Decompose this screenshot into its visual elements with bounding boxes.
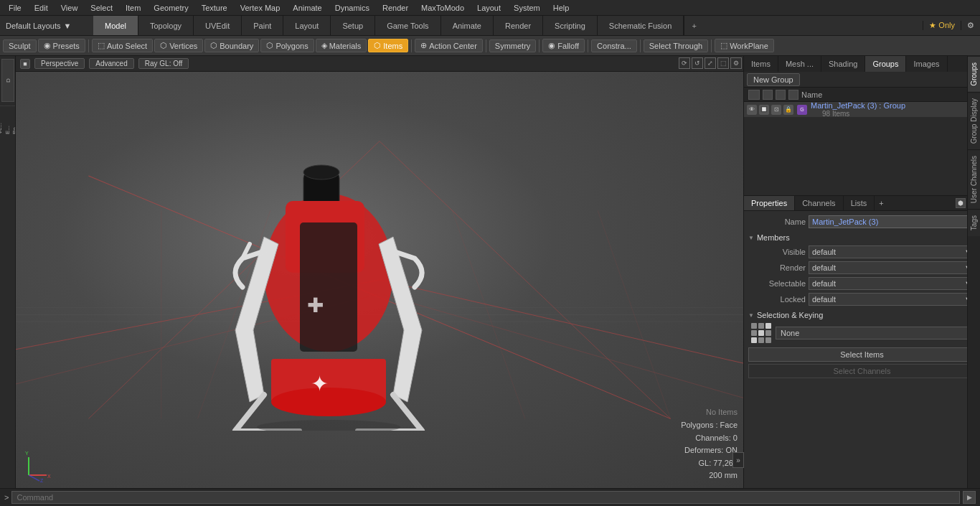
viewport-ctrl-3[interactable]: ⤢: [705, 57, 716, 69]
workplane-button[interactable]: ⬚ WorkPlane: [715, 39, 774, 52]
separator5: [588, 39, 588, 52]
command-run-button[interactable]: ▶: [963, 491, 976, 504]
select-through-button[interactable]: Select Through: [644, 39, 708, 52]
viewport-mode-btn[interactable]: Perspective: [34, 58, 85, 69]
render-select[interactable]: default ▼: [809, 261, 976, 274]
menu-item[interactable]: Item: [120, 2, 146, 14]
render-label: Render: [748, 263, 806, 272]
falloff-button[interactable]: ◉ Falloff: [542, 39, 585, 52]
sidebar-toggle[interactable]: D: [1, 59, 14, 102]
ptab-properties[interactable]: Properties: [744, 196, 795, 210]
group-lock-header[interactable]: [763, 90, 773, 100]
viewport-raygl-btn[interactable]: Ray GL: Off: [138, 58, 189, 69]
viewport-ctrl-5[interactable]: ⚙: [730, 57, 742, 69]
visible-select[interactable]: default ▼: [809, 245, 976, 258]
menu-system[interactable]: System: [508, 2, 546, 14]
ptab-expand-icon[interactable]: ⬢: [956, 198, 966, 208]
boundary-button[interactable]: ⬡ Boundary: [204, 39, 259, 52]
layout-settings-icon[interactable]: ⚙: [961, 21, 980, 30]
layout-tab-setup[interactable]: Setup: [331, 16, 375, 35]
menu-edit[interactable]: Edit: [29, 2, 54, 14]
rtab-items[interactable]: Items: [744, 56, 778, 72]
action-center-button[interactable]: ⊕ Action Center: [415, 39, 483, 52]
ptab-add[interactable]: +: [875, 196, 887, 210]
layout-tab-schematicfusion[interactable]: Schematic Fusion: [598, 16, 684, 35]
polygons-button[interactable]: ⬡ Polygons: [260, 39, 314, 52]
presets-button[interactable]: ◉ Presets: [38, 39, 85, 52]
constraint-button[interactable]: Constra...: [591, 39, 637, 52]
viewport-toggle[interactable]: ■: [20, 59, 30, 69]
separator6: [640, 39, 641, 52]
ptab-channels[interactable]: Channels: [795, 196, 843, 210]
ptab-lists[interactable]: Lists: [844, 196, 875, 210]
viewport-ctrl-4[interactable]: ⬚: [717, 57, 729, 69]
menu-texture[interactable]: Texture: [196, 2, 233, 14]
menu-geometry[interactable]: Geometry: [148, 2, 194, 14]
vertices-button[interactable]: ⬡ Vertices: [154, 39, 203, 52]
vtab-userchannels[interactable]: User Channels: [968, 149, 980, 209]
symmetry-button[interactable]: Symmetry: [489, 39, 537, 52]
layout-tab-paint[interactable]: Paint: [242, 16, 283, 35]
select-channels-button[interactable]: Select Channels: [748, 364, 976, 378]
name-input[interactable]: [809, 215, 976, 228]
layout-dropdown[interactable]: Default Layouts ▼: [0, 22, 93, 30]
dot3: [765, 323, 771, 329]
menu-maxtomodo[interactable]: MaxToModo: [415, 2, 470, 14]
group-lock-icon[interactable]: 🔒: [783, 105, 793, 115]
group-sel-header[interactable]: [788, 90, 798, 100]
vtab-tags[interactable]: Tags: [968, 209, 980, 236]
new-group-button[interactable]: New Group: [747, 73, 800, 86]
select-items-button[interactable]: Select Items: [748, 347, 976, 362]
menu-dynamics[interactable]: Dynamics: [329, 2, 375, 14]
materials-button[interactable]: ◈ Materials: [316, 39, 367, 52]
menu-layout[interactable]: Layout: [471, 2, 507, 14]
auto-select-button[interactable]: ⬚ Auto Select: [92, 39, 153, 52]
locked-select[interactable]: default ▼: [809, 293, 976, 306]
viewport-style-btn[interactable]: Advanced: [89, 58, 133, 69]
viewport[interactable]: ■ Perspective Advanced Ray GL: Off ⟳ ↺ ⤢…: [16, 56, 743, 488]
group-list-item[interactable]: 👁 🔲 ⊡ 🔒 G Martin_JetPack (3) : Group 98 …: [744, 102, 980, 118]
menu-animate[interactable]: Animate: [287, 2, 327, 14]
menu-file[interactable]: File: [3, 2, 27, 14]
layout-tab-model[interactable]: Model: [93, 16, 138, 35]
command-prompt-icon: >: [4, 493, 9, 502]
menu-render[interactable]: Render: [377, 2, 414, 14]
group-render-header[interactable]: [776, 90, 786, 100]
selectable-select[interactable]: default ▼: [809, 277, 976, 290]
layout-tab-uvedit[interactable]: UVEdit: [194, 16, 242, 35]
rtab-groups[interactable]: Groups: [865, 56, 906, 72]
group-render-icon[interactable]: 🔲: [759, 105, 769, 115]
keying-name[interactable]: None: [776, 327, 973, 339]
separator4: [539, 39, 540, 52]
items-button[interactable]: ⬡ Items: [368, 39, 408, 52]
viewport-ctrl-1[interactable]: ⟳: [679, 57, 690, 69]
group-sel-icon[interactable]: ⊡: [771, 105, 781, 115]
vtab-groupdisplay[interactable]: Group Display: [968, 92, 980, 149]
viewport-canvas[interactable]: ✦ ✚ No Items Polygo: [16, 72, 743, 488]
menu-view[interactable]: View: [55, 2, 84, 14]
svg-text:✦: ✦: [311, 372, 329, 395]
layout-tab-animate[interactable]: Animate: [441, 16, 494, 35]
command-input[interactable]: [11, 491, 960, 504]
layout-tab-layout[interactable]: Layout: [283, 16, 331, 35]
layout-tab-render[interactable]: Render: [494, 16, 543, 35]
rtab-images[interactable]: Images: [906, 56, 947, 72]
sculpt-button[interactable]: Sculpt: [3, 39, 37, 52]
layout-add-button[interactable]: +: [684, 16, 704, 35]
svg-line-13: [598, 210, 670, 418]
rtab-mesh[interactable]: Mesh ...: [778, 56, 821, 72]
group-vis-header[interactable]: [748, 90, 760, 100]
menu-help[interactable]: Help: [547, 2, 575, 14]
viewport-ctrl-2[interactable]: ↺: [692, 57, 703, 69]
group-eye-icon[interactable]: 👁: [747, 105, 757, 115]
layout-tab-scripting[interactable]: Scripting: [543, 16, 598, 35]
layout-tab-topology[interactable]: Topology: [138, 16, 194, 35]
rtab-shading[interactable]: Shading: [821, 56, 865, 72]
vtab-groups[interactable]: Groups: [968, 56, 980, 92]
layout-tab-gametools[interactable]: Game Tools: [375, 16, 441, 35]
members-section[interactable]: ▼ Members: [748, 231, 976, 244]
expand-arrow[interactable]: »: [732, 452, 744, 468]
selkeying-section[interactable]: ▼ Selection & Keying: [748, 309, 976, 322]
menu-vertexmap[interactable]: Vertex Map: [235, 2, 286, 14]
menu-select[interactable]: Select: [85, 2, 118, 14]
